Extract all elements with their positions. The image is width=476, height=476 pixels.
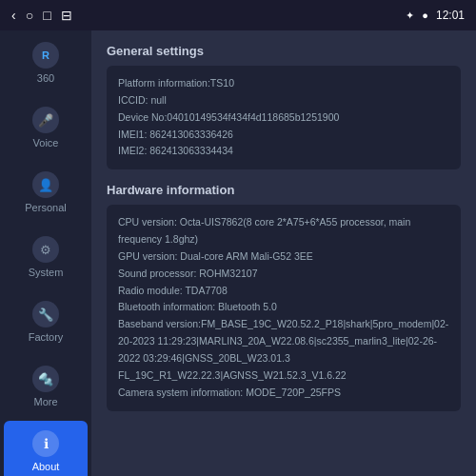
system-icon: ⚙	[32, 236, 59, 263]
back-icon[interactable]: ‹	[11, 8, 16, 23]
sidebar-item-360[interactable]: R 360	[4, 32, 88, 93]
sidebar: R 360 🎤 Voice 👤 Personal ⚙ System 🔧 Fact…	[0, 30, 91, 476]
sidebar-item-factory-label: Factory	[29, 331, 64, 343]
sidebar-item-personal-label: Personal	[25, 202, 66, 213]
hardware-section-title: Hardware information	[107, 183, 461, 197]
sidebar-item-voice-label: Voice	[33, 137, 59, 149]
about-icon: ℹ	[32, 430, 59, 457]
home-icon[interactable]: ○	[26, 8, 33, 23]
360-icon: R	[32, 42, 59, 69]
content-panel: General settings Platform information:TS…	[91, 30, 476, 476]
page-title: General settings	[107, 44, 461, 58]
hardware-info-box: CPU version: Octa-UIS7862(8 core 2*A75+6…	[107, 205, 461, 410]
sidebar-item-voice[interactable]: 🎤 Voice	[4, 97, 88, 158]
nav-controls[interactable]: ‹ ○ □ ⊟	[11, 8, 72, 23]
main-area: R 360 🎤 Voice 👤 Personal ⚙ System 🔧 Fact…	[0, 30, 476, 476]
recent-icon[interactable]: □	[43, 8, 50, 23]
time-display: 12:01	[436, 9, 465, 22]
sidebar-item-system[interactable]: ⚙ System	[4, 227, 88, 288]
sidebar-item-factory[interactable]: 🔧 Factory	[4, 291, 88, 352]
sidebar-item-about-label: About	[32, 461, 60, 472]
bluetooth-icon: ✦	[406, 10, 414, 22]
platform-info-text: Platform information:TS10ICCID: nullDevi…	[118, 75, 449, 160]
voice-icon: 🎤	[32, 107, 59, 133]
status-icons: ✦ ● 12:01	[406, 9, 465, 22]
wifi-icon: ●	[422, 10, 428, 21]
more-icon: 🔩	[32, 366, 59, 392]
personal-icon: 👤	[32, 171, 59, 198]
menu-icon[interactable]: ⊟	[61, 8, 72, 23]
factory-icon: 🔧	[32, 301, 59, 327]
sidebar-item-personal[interactable]: 👤 Personal	[4, 162, 88, 223]
status-bar: ‹ ○ □ ⊟ ✦ ● 12:01	[0, 0, 476, 30]
hardware-info-text: CPU version: Octa-UIS7862(8 core 2*A75+6…	[118, 214, 449, 401]
sidebar-item-360-label: 360	[37, 72, 54, 84]
sidebar-item-more[interactable]: 🔩 More	[4, 356, 88, 417]
sidebar-item-system-label: System	[29, 267, 64, 278]
sidebar-item-more-label: More	[33, 396, 57, 407]
sidebar-item-about[interactable]: ℹ About	[4, 421, 88, 476]
platform-info-box: Platform information:TS10ICCID: nullDevi…	[107, 66, 461, 169]
